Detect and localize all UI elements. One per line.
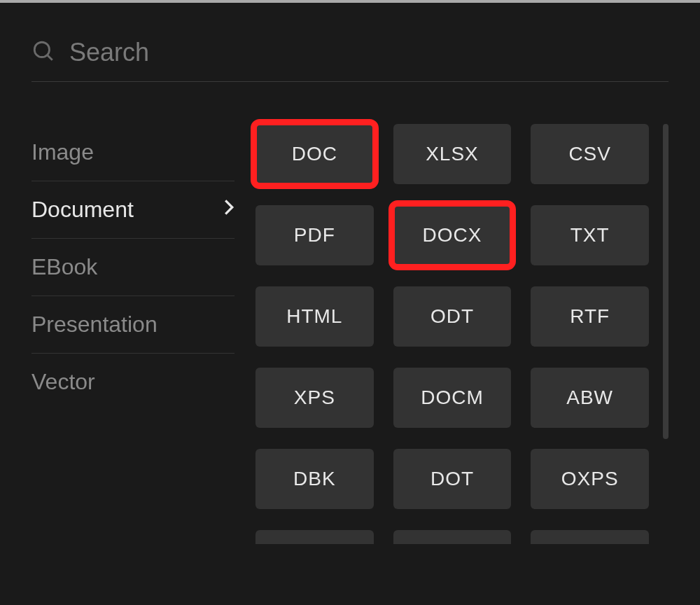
format-grid: DOC XLSX CSV PDF DOCX TXT HTML ODT RTF X…	[255, 124, 649, 509]
format-xps[interactable]: XPS	[255, 368, 374, 428]
sidebar-item-label: Presentation	[31, 312, 158, 338]
format-txt[interactable]: TXT	[531, 205, 649, 265]
sidebar-item-label: Vector	[31, 369, 95, 395]
format-abw[interactable]: ABW	[531, 368, 649, 428]
search-icon	[31, 39, 55, 66]
sidebar-item-presentation[interactable]: Presentation	[31, 296, 234, 354]
svg-line-1	[48, 55, 52, 60]
sidebar-item-label: EBook	[31, 254, 97, 280]
format-pdf[interactable]: PDF	[255, 205, 374, 265]
format-html[interactable]: HTML	[255, 286, 374, 347]
format-dbk[interactable]: DBK	[255, 449, 374, 509]
format-more-peek	[393, 530, 512, 544]
chevron-right-icon	[223, 198, 234, 221]
search-bar[interactable]	[31, 38, 668, 82]
search-input[interactable]	[69, 38, 668, 67]
sidebar-item-ebook[interactable]: EBook	[31, 239, 234, 296]
format-docx[interactable]: DOCX	[393, 205, 512, 265]
format-oxps[interactable]: OXPS	[531, 449, 649, 509]
format-rtf[interactable]: RTF	[531, 286, 649, 347]
format-csv[interactable]: CSV	[531, 124, 649, 184]
sidebar-item-image[interactable]: Image	[31, 124, 234, 181]
category-sidebar: Image Document EBook Presentation	[31, 124, 234, 544]
format-more-peek	[531, 530, 649, 544]
format-docm[interactable]: DOCM	[393, 368, 512, 428]
sidebar-item-vector[interactable]: Vector	[31, 354, 234, 410]
svg-point-0	[34, 42, 49, 57]
sidebar-item-document[interactable]: Document	[31, 181, 234, 239]
format-xlsx[interactable]: XLSX	[393, 124, 512, 184]
format-more-peek	[255, 530, 374, 544]
sidebar-item-label: Image	[31, 139, 94, 165]
format-doc[interactable]: DOC	[255, 124, 374, 184]
format-dot[interactable]: DOT	[393, 449, 512, 509]
sidebar-item-label: Document	[31, 197, 134, 223]
scrollbar[interactable]	[663, 124, 668, 439]
format-odt[interactable]: ODT	[393, 286, 512, 347]
